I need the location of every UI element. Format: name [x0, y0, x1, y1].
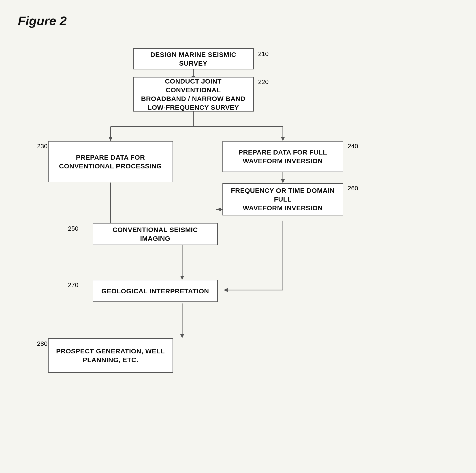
label-280: 280 — [37, 340, 48, 347]
label-210: 210 — [258, 50, 269, 57]
svg-marker-22 — [180, 334, 184, 338]
svg-marker-9 — [281, 179, 285, 183]
box-270-label: GEOLOGICAL INTERPRETATION — [101, 287, 209, 295]
box-210-label: DESIGN MARINE SEISMIC SURVEY — [138, 50, 249, 68]
label-250: 250 — [68, 225, 79, 232]
label-270: 270 — [68, 282, 79, 289]
box-270: GEOLOGICAL INTERPRETATION — [93, 280, 218, 302]
label-220: 220 — [258, 78, 269, 86]
box-280-label: PROSPECT GENERATION, WELL PLANNING, ETC. — [56, 347, 165, 364]
box-260-label: FREQUENCY OR TIME DOMAIN FULL WAVEFORM I… — [228, 186, 338, 212]
svg-marker-5 — [109, 137, 112, 141]
box-220-label: CONDUCT JOINT CONVENTIONAL BROADBAND / N… — [138, 77, 249, 112]
box-260: FREQUENCY OR TIME DOMAIN FULL WAVEFORM I… — [222, 183, 343, 216]
box-280: PROSPECT GENERATION, WELL PLANNING, ETC. — [48, 338, 173, 373]
svg-marker-7 — [281, 137, 285, 141]
label-260: 260 — [348, 185, 358, 192]
diagram-container: DESIGN MARINE SEISMIC SURVEY 210 CONDUCT… — [26, 41, 451, 467]
box-220: CONDUCT JOINT CONVENTIONAL BROADBAND / N… — [133, 77, 254, 111]
box-210: DESIGN MARINE SEISMIC SURVEY — [133, 48, 254, 70]
svg-marker-17 — [180, 276, 184, 280]
box-240: PREPARE DATA FOR FULL WAVEFORM INVERSION — [222, 141, 343, 172]
box-230-label: PREPARE DATA FOR CONVENTIONAL PROCESSING — [59, 153, 162, 170]
svg-marker-20 — [224, 288, 228, 292]
label-230: 230 — [37, 143, 48, 150]
box-250-label: CONVENTIONAL SEISMIC IMAGING — [98, 225, 213, 243]
box-240-label: PREPARE DATA FOR FULL WAVEFORM INVERSION — [238, 148, 327, 165]
box-230: PREPARE DATA FOR CONVENTIONAL PROCESSING — [48, 141, 173, 182]
label-240: 240 — [348, 143, 358, 150]
page: Figure 2 — [0, 0, 476, 473]
svg-marker-15 — [217, 208, 221, 211]
box-250: CONVENTIONAL SEISMIC IMAGING — [93, 223, 218, 245]
figure-title: Figure 2 — [18, 13, 458, 28]
